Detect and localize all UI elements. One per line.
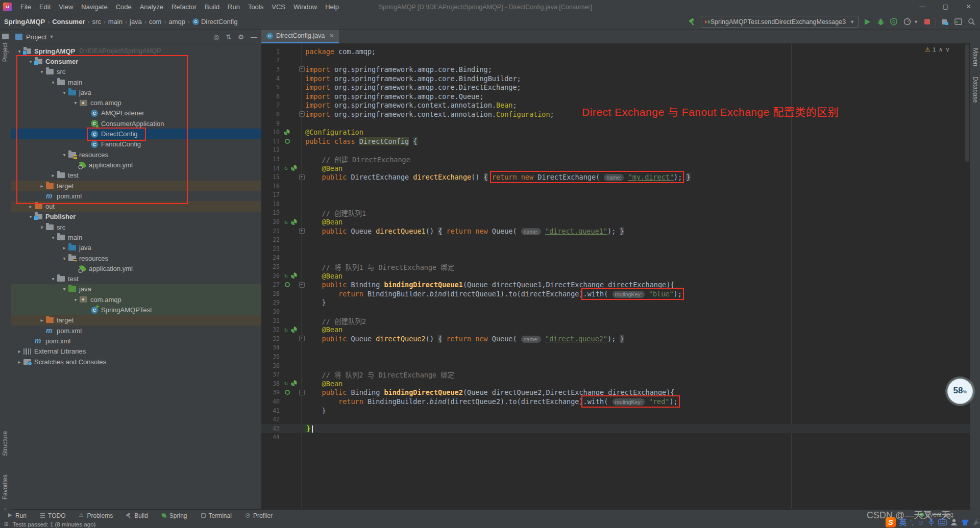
chevron-down-icon[interactable]: ▾: [38, 69, 46, 74]
tree-item-pom-xml[interactable]: pom.xml: [11, 336, 261, 346]
code-line[interactable]: 6import org.springframework.amqp.core.Qu…: [261, 92, 970, 101]
code-line[interactable]: 40 return BindingBuilder.bind(directQueu…: [261, 397, 970, 406]
editor-scrollbar[interactable]: [965, 43, 969, 509]
chevron-down-icon[interactable]: ▾: [38, 224, 46, 230]
tree-item-java[interactable]: ▸java: [11, 243, 261, 253]
tree-item-springamqp[interactable]: ▾SpringAMQPD:\IDEAProject\SpringAMQP: [11, 46, 261, 56]
tool-button-maven[interactable]: Maven: [972, 48, 979, 66]
profiler-button[interactable]: [902, 17, 912, 27]
tree-item-resources[interactable]: ▾resources: [11, 149, 261, 160]
prev-problem-icon[interactable]: ∧: [939, 46, 943, 53]
tree-item-pom-xml[interactable]: pom.xml: [11, 325, 261, 336]
tree-item-java[interactable]: ▾java: [11, 87, 261, 97]
search-everywhere-icon[interactable]: [967, 17, 976, 27]
breadcrumb-item-com[interactable]: com: [149, 18, 162, 26]
chevron-right-icon[interactable]: ▸: [15, 348, 23, 354]
fold-marker-icon[interactable]: −: [299, 66, 305, 72]
fold-region[interactable]: +: [298, 174, 305, 180]
chevron-right-icon[interactable]: ▸: [15, 359, 23, 365]
tree-item-pom-xml[interactable]: pom.xml: [11, 191, 261, 201]
skin-shirt-icon[interactable]: [961, 519, 969, 526]
close-icon[interactable]: ✕: [329, 33, 334, 39]
code-line[interactable]: 31 // 创建队列2: [261, 316, 970, 325]
spring-bean-icon[interactable]: [284, 282, 290, 288]
tool-button-database[interactable]: Database: [972, 77, 979, 103]
fold-region[interactable]: +: [298, 336, 305, 341]
code-line[interactable]: 23: [261, 244, 970, 254]
menu-analyze[interactable]: Analyze: [136, 0, 167, 14]
spring-leaf2-icon[interactable]: [291, 219, 298, 225]
fold-region[interactable]: −: [298, 66, 305, 72]
code-line[interactable]: 43}: [261, 424, 970, 433]
spring-leaf2-icon[interactable]: [291, 326, 298, 333]
code-line[interactable]: 35: [261, 352, 970, 361]
spring-leaf2-icon[interactable]: [291, 272, 298, 279]
code-line[interactable]: 14 @Bean: [261, 164, 970, 173]
fold-marker-icon[interactable]: +: [299, 336, 305, 341]
fold-marker-icon[interactable]: +: [299, 174, 305, 180]
breadcrumb-item-consumer[interactable]: Consumer: [52, 18, 85, 26]
wrench-icon[interactable]: [973, 519, 980, 526]
code-line[interactable]: 32 @Bean: [261, 325, 970, 334]
code-line[interactable]: 15+ public DirectExchange directExchange…: [261, 172, 970, 182]
code-line[interactable]: 20 @Bean: [261, 217, 970, 227]
chevron-down-icon[interactable]: ▾: [49, 276, 57, 282]
code-line[interactable]: 18: [261, 199, 970, 209]
menu-navigate[interactable]: Navigate: [77, 0, 111, 14]
tree-item-application-yml[interactable]: application.yml: [11, 263, 261, 273]
code-line[interactable]: 11public class DirectConfig {: [261, 137, 970, 146]
tool-button-project[interactable]: Project: [2, 43, 9, 62]
project-tool-icon[interactable]: [2, 34, 9, 39]
breadcrumb-item-src[interactable]: src: [92, 18, 101, 26]
tree-item-publisher[interactable]: ▾Publisher: [11, 212, 261, 222]
menu-run[interactable]: Run: [224, 0, 244, 14]
tree-item-fanoutconfig[interactable]: FanoutConfig: [11, 139, 261, 149]
coverage-button[interactable]: C: [889, 17, 898, 27]
tree-item-external-libraries[interactable]: ▸External Libraries: [11, 346, 261, 357]
tree-item-application-yml[interactable]: application.yml: [11, 160, 261, 170]
breadcrumb-item-main[interactable]: main: [108, 18, 122, 26]
tool-window-button-run[interactable]: Run: [7, 512, 27, 519]
project-structure-icon[interactable]: [940, 17, 949, 27]
code-line[interactable]: 1package com.amqp;: [261, 47, 970, 56]
chevron-down-icon[interactable]: ▾: [71, 100, 80, 106]
tool-window-button-spring[interactable]: Spring: [161, 512, 187, 519]
tree-item-amqplistener[interactable]: AMQPListener: [11, 108, 261, 118]
menu-window[interactable]: Window: [289, 0, 321, 14]
keyboard-icon[interactable]: [938, 519, 947, 525]
tree-item-consumer[interactable]: ▾Consumer: [11, 56, 261, 66]
chevron-right-icon[interactable]: ▸: [38, 183, 46, 189]
build-hammer-icon[interactable]: [688, 17, 697, 27]
spring-refresh-icon[interactable]: [284, 326, 290, 333]
tree-item-src[interactable]: ▾src: [11, 222, 261, 232]
menu-help[interactable]: Help: [321, 0, 343, 14]
fold-region[interactable]: −: [298, 390, 305, 395]
spring-refresh-icon[interactable]: [284, 272, 290, 279]
tree-item-test[interactable]: ▾test: [11, 274, 261, 284]
debug-button[interactable]: [876, 17, 885, 27]
code-line[interactable]: 12: [261, 146, 970, 155]
tool-window-button-todo[interactable]: TODO: [40, 512, 65, 519]
tree-item-springamqptest[interactable]: SpringAMQPTest: [11, 305, 261, 315]
spring-refresh-icon[interactable]: [284, 219, 290, 225]
stop-button[interactable]: [922, 17, 932, 27]
code-line[interactable]: 36: [261, 361, 970, 370]
run-button[interactable]: [863, 17, 872, 27]
fold-marker-icon[interactable]: −: [299, 390, 305, 395]
tree-item-target[interactable]: ▸target: [11, 315, 261, 325]
fold-marker-icon[interactable]: −: [299, 111, 305, 117]
tree-item-src[interactable]: ▾src: [11, 67, 261, 77]
code-line[interactable]: 5import org.springframework.amqp.core.Di…: [261, 83, 970, 92]
code-line[interactable]: 30: [261, 307, 970, 316]
hide-panel-icon[interactable]: —: [251, 33, 257, 41]
code-line[interactable]: 17: [261, 191, 970, 200]
tree-item-scratches-and-consoles[interactable]: ▸Scratches and Consoles: [11, 357, 261, 367]
tree-item-out[interactable]: ▸out: [11, 201, 261, 211]
tree-item-directconfig[interactable]: DirectConfig: [11, 129, 261, 139]
menu-refactor[interactable]: Refactor: [167, 0, 201, 14]
tree-item-resources[interactable]: ▾resources: [11, 253, 261, 263]
chevron-right-icon[interactable]: ▸: [60, 245, 68, 250]
spring-refresh-icon[interactable]: [284, 165, 290, 171]
breadcrumb-item-springamqp[interactable]: SpringAMQP: [4, 18, 45, 26]
menu-build[interactable]: Build: [201, 0, 224, 14]
